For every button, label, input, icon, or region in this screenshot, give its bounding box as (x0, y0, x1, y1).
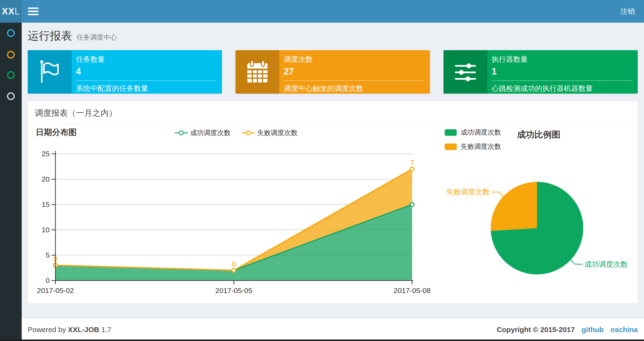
svg-text:成功调度次数: 成功调度次数 (584, 260, 628, 268)
stat-description: 系统中配置的任务数量 (76, 84, 217, 94)
svg-text:25: 25 (42, 150, 50, 158)
svg-text:10: 10 (42, 226, 50, 234)
stat-description: 心跳检测成功的执行器机器数量 (492, 84, 632, 94)
svg-text:2017-05-02: 2017-05-02 (37, 286, 74, 294)
date-distribution-chart: 00705101520252017-05-022017-05-052017-05… (29, 142, 439, 298)
stat-value: 27 (284, 66, 424, 77)
powered-by-text: Powered by XXL-JOB 1.7 (28, 325, 111, 334)
footer: Powered by XXL-JOB 1.7 Copyright © 2015-… (22, 317, 644, 341)
pie-chart-legend: 成功调度次数失败调度次数 (445, 128, 501, 151)
panel-title: 调度报表（一月之内） (28, 101, 638, 124)
svg-text:2017-05-08: 2017-05-08 (394, 286, 430, 294)
svg-text:失败调度次数: 失败调度次数 (446, 188, 490, 196)
stat-box-jobs: 任务数量 4 系统中配置的任务数量 (28, 50, 222, 94)
success-ratio-pie-chart: 成功调度次数失败调度次数 (441, 166, 639, 294)
flag-icon (28, 50, 72, 94)
sidebar-item-menu-report[interactable] (7, 29, 15, 37)
pie-legend-item-成功调度次数[interactable]: 成功调度次数 (445, 128, 501, 137)
stat-box-triggers: 调度次数 27 调度中心触发的调度次数 (236, 50, 430, 94)
svg-text:20: 20 (42, 175, 50, 183)
github-link[interactable]: github (582, 325, 604, 333)
page-subtitle: 任务调度中心 (76, 34, 117, 41)
line-chart-legend: 成功调度次数失败调度次数 (31, 128, 441, 137)
stat-divider (76, 81, 217, 81)
page-header: 运行报表 任务调度中心 (28, 29, 117, 44)
calendar-icon (236, 50, 279, 94)
svg-text:2017-05-05: 2017-05-05 (215, 286, 252, 294)
stat-description: 调度中心触发的调度次数 (284, 84, 424, 94)
svg-text:0: 0 (46, 276, 50, 284)
stat-value: 4 (76, 66, 217, 77)
svg-text:7: 7 (410, 159, 414, 167)
window-bottom-edge (0, 339, 644, 341)
stat-label: 任务数量 (76, 55, 217, 64)
legend-item-失败调度次数[interactable]: 失败调度次数 (242, 128, 298, 137)
stat-box-content: 任务数量 4 系统中配置的任务数量 (72, 50, 222, 94)
sidebar-toggle-icon[interactable] (28, 8, 38, 15)
sliders-icon (444, 50, 487, 94)
legend-swatch-icon (445, 129, 457, 136)
report-panel: 调度报表（一月之内） 日期分布图 成功调度次数失败调度次数 0070510152… (28, 101, 638, 303)
pie-chart-title: 成功比例图 (502, 129, 575, 141)
legend-swatch-icon (445, 144, 457, 150)
stat-box-content: 执行器数量 1 心跳检测成功的执行器机器数量 (487, 50, 638, 94)
stat-value: 1 (492, 66, 632, 77)
sidebar-item-menu-other[interactable] (7, 92, 15, 100)
logo-text-light: L (14, 6, 20, 17)
stat-boxes-row: 任务数量 4 系统中配置的任务数量 调度次数 (28, 50, 638, 94)
logo-text-bold: XX (2, 6, 15, 17)
stat-label: 执行器数量 (492, 55, 632, 64)
stat-divider (492, 81, 632, 81)
top-navbar: XXL 注销 (0, 0, 644, 23)
svg-text:0: 0 (232, 260, 236, 268)
legend-item-成功调度次数[interactable]: 成功调度次数 (175, 128, 231, 137)
svg-text:5: 5 (46, 251, 50, 259)
product-name: XXL-JOB (68, 325, 99, 333)
stat-box-executors: 执行器数量 1 心跳检测成功的执行器机器数量 (444, 50, 638, 94)
pie-legend-item-失败调度次数[interactable]: 失败调度次数 (445, 142, 501, 151)
stat-box-content: 调度次数 27 调度中心触发的调度次数 (279, 50, 430, 94)
legend-label: 失败调度次数 (257, 128, 298, 137)
copyright-text: Copyright © 2015-2017githuboschina (497, 325, 638, 334)
sidebar-item-menu-jobs[interactable] (7, 51, 15, 59)
sidebar (0, 23, 22, 341)
line-marker-icon (175, 130, 188, 136)
legend-label: 成功调度次数 (190, 128, 231, 137)
legend-label: 成功调度次数 (460, 128, 501, 137)
svg-text:15: 15 (42, 200, 50, 208)
page-title: 运行报表 (28, 30, 72, 42)
oschina-link[interactable]: oschina (610, 325, 638, 333)
logout-link[interactable]: 注销 (620, 7, 635, 17)
app-logo[interactable]: XXL (0, 0, 22, 23)
legend-label: 失败调度次数 (460, 142, 501, 151)
stat-label: 调度次数 (284, 55, 424, 64)
stat-divider (284, 81, 424, 81)
line-marker-icon (242, 130, 255, 136)
sidebar-item-menu-logs[interactable] (7, 71, 15, 79)
